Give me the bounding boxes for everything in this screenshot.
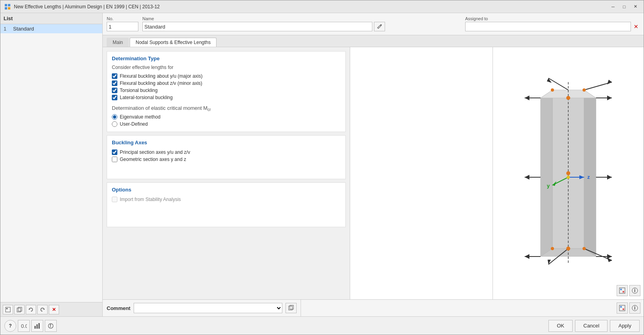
- rotate-view-button[interactable]: [617, 285, 628, 296]
- check-geometric[interactable]: [112, 157, 117, 162]
- bottom-area: Comment i: [103, 299, 644, 316]
- svg-text:i: i: [634, 287, 636, 293]
- comment-label: Comment: [107, 305, 130, 311]
- apply-button[interactable]: Apply: [610, 320, 640, 332]
- svg-rect-58: [620, 306, 622, 308]
- clear-assigned-button[interactable]: ✕: [632, 23, 640, 30]
- no-input[interactable]: [107, 22, 138, 31]
- radio-user-defined[interactable]: [112, 121, 117, 127]
- comment-select[interactable]: [134, 303, 282, 313]
- delete-item-button[interactable]: ✕: [49, 305, 59, 314]
- radio-user-defined-row: User-Defined: [112, 121, 341, 128]
- units-button[interactable]: 0.0: [18, 320, 30, 332]
- radio-eigenvalue[interactable]: [112, 114, 117, 120]
- visualization-panel: z y: [493, 47, 644, 299]
- dialog-buttons: OK Cancel Apply: [548, 320, 640, 332]
- edit-name-button[interactable]: [374, 22, 385, 31]
- svg-rect-1: [8, 4, 10, 6]
- copy-comment-button[interactable]: [286, 303, 297, 313]
- cancel-button[interactable]: Cancel: [575, 320, 608, 332]
- svg-marker-30: [607, 175, 612, 180]
- bottom-bar: ? 0.0 f OK Cancel Apply: [0, 316, 644, 335]
- tab-main[interactable]: Main: [107, 38, 129, 47]
- tab-nodal[interactable]: Nodal Supports & Effective Lengths: [130, 38, 217, 47]
- bottom-left-buttons: ? 0.0 f: [4, 320, 57, 332]
- right-panel: No. Name Assigned to: [103, 13, 644, 316]
- ok-button[interactable]: OK: [548, 320, 573, 332]
- sidebar-item-name: Standard: [13, 26, 34, 32]
- maximize-button[interactable]: □: [619, 2, 629, 11]
- middle-bottom: [301, 300, 447, 316]
- copy-item-button[interactable]: [14, 305, 25, 314]
- svg-marker-46: [607, 257, 612, 262]
- undo-button[interactable]: [26, 305, 36, 314]
- radio-eigenvalue-row: Eigenvalue method: [112, 113, 341, 121]
- svg-rect-52: [623, 291, 624, 293]
- viz-bottom-btn2[interactable]: i: [629, 302, 640, 314]
- viz-bottom: i: [447, 300, 644, 316]
- options-section: Options Import from Stability Analysis: [107, 182, 346, 227]
- svg-rect-65: [38, 323, 40, 329]
- help-button[interactable]: ?: [4, 320, 16, 332]
- sidebar-item-standard[interactable]: 1 Standard: [0, 24, 102, 33]
- redo-button[interactable]: [37, 305, 48, 314]
- moment-label: Determination of elastic critical moment…: [112, 105, 341, 112]
- check-lateral-torsional[interactable]: [112, 95, 117, 100]
- svg-text:i: i: [634, 305, 636, 311]
- close-button[interactable]: ✕: [630, 2, 640, 11]
- viz-bottom-btn1[interactable]: [617, 302, 628, 314]
- check-import-stability[interactable]: [112, 197, 117, 202]
- app-icon: [4, 3, 12, 11]
- check-flexural-y[interactable]: [112, 73, 117, 79]
- svg-point-24: [566, 96, 570, 100]
- svg-line-20: [548, 78, 568, 90]
- svg-rect-64: [36, 324, 38, 329]
- svg-rect-5: [6, 308, 8, 309]
- determination-type-section: Determination Type Consider effective le…: [107, 51, 346, 132]
- svg-marker-40: [525, 254, 529, 259]
- print-button[interactable]: f: [45, 320, 57, 332]
- assigned-row: ✕: [465, 22, 640, 31]
- middle-panel: [350, 47, 493, 299]
- info-view-button[interactable]: i: [629, 285, 640, 296]
- check-lateral-row: Lateral-torsional buckling: [112, 94, 341, 101]
- check-torsional[interactable]: [112, 88, 117, 93]
- add-item-button[interactable]: [3, 305, 13, 314]
- consider-label: Consider effective lengths for: [112, 65, 341, 70]
- main-content: List 1 Standard ✕: [0, 13, 644, 316]
- check-lateral-label: Lateral-torsional buckling: [120, 95, 172, 100]
- tabs-bar: Main Nodal Supports & Effective Lengths: [103, 35, 644, 47]
- buckling-axes-section: Buckling Axes Principal section axes y/u…: [107, 135, 346, 179]
- viz-toolbar: i: [617, 285, 640, 296]
- svg-marker-17: [525, 96, 529, 100]
- fields-row: No. Name Assigned to: [103, 13, 644, 35]
- buckling-axes-title: Buckling Axes: [112, 140, 341, 145]
- svg-text:f: f: [50, 323, 52, 329]
- sidebar-item-num: 1: [4, 26, 12, 32]
- minimize-button[interactable]: ─: [608, 2, 618, 11]
- main-form-panel: Determination Type Consider effective le…: [103, 47, 350, 299]
- window-controls: ─ □ ✕: [608, 2, 640, 11]
- sidebar-toolbar: ✕: [0, 302, 102, 316]
- chart-button[interactable]: [31, 320, 43, 332]
- radio-eigenvalue-label: Eigenvalue method: [120, 114, 161, 120]
- name-field-group: Name: [142, 16, 461, 32]
- svg-marker-12: [584, 90, 596, 257]
- assigned-input[interactable]: [465, 22, 631, 31]
- check-torsional-row: Torsional buckling: [112, 87, 341, 94]
- sidebar: List 1 Standard ✕: [0, 13, 103, 316]
- svg-rect-51: [620, 289, 622, 290]
- no-label: No.: [107, 16, 138, 21]
- svg-point-48: [551, 247, 554, 250]
- radio-user-defined-label: User-Defined: [120, 121, 148, 127]
- check-flexural-z[interactable]: [112, 80, 117, 86]
- svg-point-26: [583, 88, 586, 92]
- check-import-row: Import from Stability Analysis: [112, 196, 341, 203]
- name-input[interactable]: [142, 22, 372, 31]
- determination-type-title: Determination Type: [112, 56, 341, 61]
- check-principal[interactable]: [112, 149, 117, 155]
- check-geometric-label: Geometric section axes y and z: [120, 157, 186, 162]
- svg-point-38: [567, 176, 570, 179]
- moment-subscript: cr: [207, 107, 211, 112]
- svg-marker-11: [540, 90, 552, 257]
